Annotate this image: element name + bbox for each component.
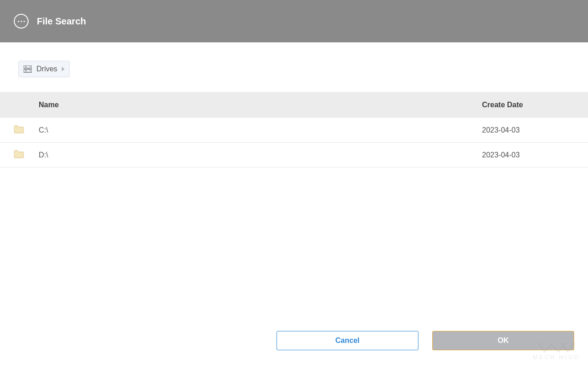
ok-button[interactable]: OK — [432, 331, 574, 350]
column-header-create-date[interactable]: Create Date — [482, 101, 574, 109]
drives-icon — [24, 65, 32, 73]
page-title: File Search — [37, 16, 86, 27]
svg-point-5 — [30, 70, 31, 71]
svg-point-4 — [30, 66, 31, 67]
table-header: Name Create Date — [0, 92, 588, 118]
column-header-name[interactable]: Name — [39, 101, 482, 109]
footer-buttons: Cancel OK — [276, 331, 574, 350]
table-row[interactable]: D:\ 2023-04-03 — [0, 143, 588, 168]
cancel-button[interactable]: Cancel — [276, 331, 418, 350]
folder-icon — [14, 125, 24, 133]
breadcrumb-drives[interactable]: Drives — [18, 61, 70, 77]
menu-icon[interactable] — [14, 14, 29, 29]
folder-icon — [14, 150, 24, 158]
file-name: D:\ — [39, 151, 482, 159]
file-name: C:\ — [39, 126, 482, 134]
breadcrumb-area: Drives — [0, 42, 588, 92]
header-bar: File Search — [0, 0, 588, 42]
breadcrumb-label: Drives — [36, 65, 57, 73]
chevron-right-icon — [62, 67, 65, 71]
file-create-date: 2023-04-03 — [482, 126, 574, 134]
table-row[interactable]: C:\ 2023-04-03 — [0, 118, 588, 143]
file-create-date: 2023-04-03 — [482, 151, 574, 159]
watermark-text: MECH MIND — [533, 353, 580, 360]
